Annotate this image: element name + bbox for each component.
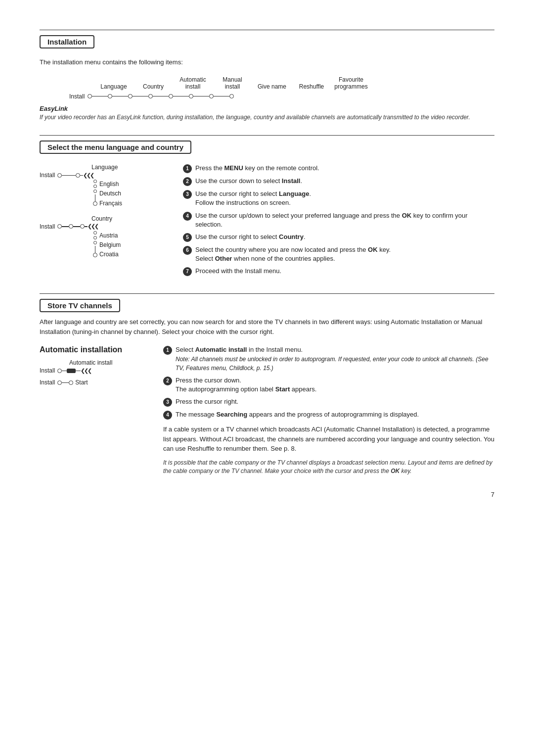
dot-givename — [189, 94, 193, 98]
instr-6: 6 Select the country where you are now l… — [183, 245, 494, 263]
lang-diagram-col: Language Install ❮❮❮ English — [40, 164, 168, 280]
installation-intro: The installation menu contains the follo… — [40, 57, 494, 67]
auto-instr-num-2: 2 — [163, 377, 172, 385]
auto-title: Automatic installation — [40, 345, 148, 354]
dot-croatia — [93, 241, 97, 244]
dot-auto-inst — [57, 369, 62, 373]
instr-num-7: 7 — [183, 267, 192, 276]
dot-fav — [229, 94, 234, 98]
line6 — [193, 96, 209, 97]
instr-1: 1 Press the MENU key on the remote contr… — [183, 164, 494, 173]
line1 — [92, 96, 108, 97]
auto-line2 — [76, 371, 81, 372]
select-instructions-col: 1 Press the MENU key on the remote contr… — [183, 164, 494, 280]
dot-lang — [108, 94, 112, 98]
lang-francais: Français — [99, 199, 122, 208]
dot-country-mid — [69, 224, 73, 229]
country-belgium: Belgium — [99, 240, 121, 250]
install-label-country: Install — [40, 223, 55, 230]
col-language: Language — [94, 83, 134, 90]
install-label-row2: Install — [40, 379, 55, 386]
easylink-text: If your video recorder has an EasyLink f… — [40, 113, 494, 122]
lang-options-group: English Deutsch Français — [93, 180, 168, 208]
auto-diagram-label: Automatic install — [69, 359, 148, 366]
instr-num-6: 6 — [183, 246, 192, 255]
lang-install-row: Install ❮❮❮ — [40, 172, 168, 179]
country-austria: Austria — [99, 231, 121, 240]
row2-line1 — [62, 382, 69, 383]
auto-para2: It is possible that the cable company or… — [163, 459, 494, 476]
lang-option-labels: English Deutsch Français — [99, 180, 122, 208]
easylink-title: EasyLink — [40, 105, 494, 112]
country-sub-label: Country — [91, 215, 168, 222]
country-option-labels: Austria Belgium Croatia — [99, 231, 121, 260]
store-tv-intro: After language and country are set corre… — [40, 317, 494, 336]
auto-note-2: The autoprogramming option label Start a… — [176, 385, 316, 393]
dot-row2-inst — [57, 380, 62, 385]
select-menu-section: Select the menu language and country Lan… — [40, 135, 494, 280]
start-label: Start — [75, 379, 88, 386]
select-rule — [40, 135, 494, 136]
instr-num-4: 4 — [183, 212, 192, 221]
col-give-name: Give name — [252, 83, 292, 90]
country-croatia: Croatia — [99, 250, 121, 259]
auto-selected-box — [67, 369, 76, 373]
dot-auto — [148, 94, 153, 98]
dot-row2-start — [69, 380, 73, 385]
dot-country-mid2 — [80, 224, 85, 229]
instr-num-1: 1 — [183, 164, 192, 173]
line2 — [112, 96, 128, 97]
instr-4: 4 Use the cursor up/down to select your … — [183, 211, 494, 229]
auto-instr-text-2: Press the cursor down. The autoprogrammi… — [176, 376, 494, 394]
auto-diagram-col: Automatic installation Automatic install… — [40, 345, 148, 475]
dot-lang-mid — [76, 173, 80, 178]
instr-num-5: 5 — [183, 233, 192, 242]
page-number: 7 — [40, 491, 494, 498]
diagram-line: Install — [69, 93, 494, 100]
col-auto-install: Automaticinstall — [173, 76, 213, 90]
dot-inst-lang — [57, 173, 62, 178]
auto-instr-num-3: 3 — [163, 398, 172, 407]
line3 — [133, 96, 148, 97]
line-lang1 — [62, 175, 76, 176]
auto-line1 — [62, 371, 67, 372]
store-tv-section: Store TV channels After language and cou… — [40, 293, 494, 475]
instr-text-4: Use the cursor up/down to select your pr… — [195, 211, 494, 229]
auto-instr-col: 1 Select Automatic install in the Instal… — [163, 345, 494, 475]
country-install-row: Install ❮❮❮ — [40, 223, 168, 230]
select-menu-header: Select the menu language and country — [40, 141, 191, 154]
instr-text-7: Proceed with the Install menu. — [195, 267, 494, 276]
diagram-labels: Language Country Automaticinstall Manual… — [94, 76, 494, 90]
scroll-country: ❮❮❮ — [88, 223, 98, 230]
line7 — [214, 96, 229, 97]
auto-instr-text-1: Select Automatic install in the Install … — [176, 345, 494, 373]
dot-english — [93, 180, 97, 183]
col-country: Country — [134, 83, 173, 90]
store-rule — [40, 293, 494, 294]
instr-text-3: Use the cursor right to select Language.… — [195, 189, 494, 207]
lang-vert-dots — [93, 180, 97, 208]
dot-inst-country — [57, 224, 62, 229]
country-vert-line — [95, 246, 96, 253]
dot-reshuffle — [209, 94, 214, 98]
scroll-lang: ❮❮❮ — [83, 172, 93, 179]
lang-english: English — [99, 180, 122, 189]
instr-7: 7 Proceed with the Install menu. — [183, 267, 494, 276]
instr-text-6: Select the country where you are now loc… — [195, 245, 494, 263]
auto-diagram-row2: Install Start — [40, 379, 148, 386]
auto-instr-4: 4 The message Searching appears and the … — [163, 410, 494, 420]
install-label-lang: Install — [40, 172, 55, 179]
col-manual-install: Manualinstall — [213, 76, 252, 90]
auto-instr-num-4: 4 — [163, 411, 172, 420]
country-vert-dots — [93, 231, 97, 260]
dot-country-more — [93, 253, 97, 257]
line-c1 — [62, 226, 69, 227]
top-rule — [40, 30, 494, 30]
auto-instr-text-3: Press the cursor right. — [176, 397, 494, 406]
install-label: Install — [69, 93, 85, 100]
auto-diagram-row1: Install ❮❮❮ — [40, 367, 148, 374]
auto-install-section: Automatic installation Automatic install… — [40, 345, 494, 475]
store-tv-header: Store TV channels — [40, 299, 120, 312]
dot-start — [88, 94, 92, 98]
country-options-group: Austria Belgium Croatia — [93, 231, 168, 260]
